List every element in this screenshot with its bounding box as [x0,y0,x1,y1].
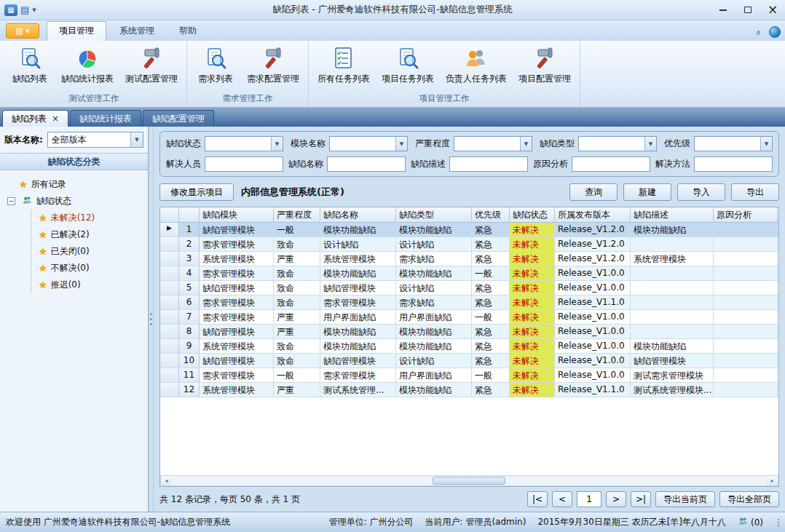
grid-cell[interactable] [714,252,778,266]
grid-cell[interactable]: 需求管理模块 [320,295,396,310]
grid-cell[interactable] [778,295,778,310]
table-row[interactable]: ▶1缺陷管理模块一般模块功能缺陷模块功能缺陷紧急未解决Release_V1.2.… [160,223,778,237]
grid-cell[interactable] [778,383,778,397]
grid-cell[interactable] [778,237,778,252]
grid-cell[interactable]: 缺陷管理模块 [631,354,714,368]
table-row[interactable]: 5缺陷管理模块致命缺陷管理模块设计缺陷紧急未解决Release_V1.0.0 [160,281,778,295]
column-header[interactable]: 原因分析 [714,207,778,223]
table-row[interactable]: 9系统管理模块致命模块功能缺陷模块功能缺陷紧急未解决Release_V1.0.0… [160,339,778,354]
chevron-down-icon[interactable]: ▼ [395,137,407,151]
menu-tab-project-management[interactable]: 项目管理 [47,21,106,41]
grid-cell[interactable]: 设计缺陷 [396,281,472,295]
ribbon-button-all-tasks[interactable]: 所有任务列表 [312,42,376,87]
collapse-ribbon-icon[interactable]: ∧ [754,28,763,36]
grid-cell[interactable] [631,325,714,339]
doc-tab-defect-report[interactable]: 缺陷统计报表 [70,110,141,127]
grid-cell[interactable]: 严重 [274,310,320,325]
scroll-right-icon[interactable]: ▸ [767,476,778,485]
grid-cell[interactable]: 未解决 [510,310,555,325]
grid-cell[interactable] [778,266,778,281]
version-combobox[interactable]: 全部版本 ▼ [47,132,143,148]
column-header[interactable]: 优先级 [472,207,510,223]
grid-cell[interactable] [714,368,778,383]
prev-page-button[interactable]: < [552,491,572,507]
grid-cell[interactable]: Release_V1.1.0 [555,295,631,310]
chevron-down-icon[interactable]: ▼ [32,7,36,13]
grid-cell[interactable]: 严重 [274,383,320,397]
grid-cell[interactable] [778,354,778,368]
chevron-down-icon[interactable]: ▼ [130,132,143,147]
grid-cell[interactable]: 用户界面缺陷 [396,368,472,383]
grid-cell[interactable]: 模块功能缺陷 [631,339,714,354]
grid-cell[interactable] [714,223,778,237]
grid-cell[interactable]: 严重 [274,252,320,266]
ribbon-button-project-config[interactable]: 项目配置管理 [513,42,577,87]
maximize-button[interactable] [735,2,760,18]
grid-cell[interactable]: Release_V1.2.0 [555,237,631,252]
chevron-down-icon[interactable]: ▼ [520,137,532,151]
grid-cell[interactable]: Release_V1.2.0 [555,223,631,237]
grid-cell[interactable]: Release_V1.1.0 [555,383,631,397]
query-button[interactable]: 查询 [569,183,618,201]
new-button[interactable]: 新建 [623,183,671,201]
grid-cell[interactable]: 一般 [472,310,510,325]
grid-cell[interactable]: 缺陷管理模块 [320,354,396,368]
column-header[interactable]: 所属发布版本 [555,207,631,223]
ribbon-button-req-list[interactable]: 需求列表 [190,42,241,87]
next-page-button[interactable]: > [606,491,626,507]
grid-cell[interactable]: 紧急 [472,354,510,368]
column-header[interactable]: 缺陷类型 [396,207,472,223]
grid-cell[interactable]: 严重 [274,325,320,339]
grid-cell[interactable]: 需求管理模块 [320,368,396,383]
chevron-down-icon[interactable]: ▼ [760,137,772,151]
grid-cell[interactable]: 未解决 [510,295,555,310]
filter-combobox[interactable]: ▼ [454,136,532,151]
import-button[interactable]: 导入 [677,183,725,201]
grid-cell[interactable]: 紧急 [472,383,510,397]
table-row[interactable]: 10缺陷管理模块致命缺陷管理模块设计缺陷紧急未解决Release_V1.0.0缺… [160,354,778,368]
grid-cell[interactable]: Release_V1.2.0 [555,252,631,266]
grid-cell[interactable]: 用户界面缺陷 [320,310,396,325]
grid-cell[interactable]: 缺陷管理模块 [320,281,396,295]
ribbon-button-defect-list[interactable]: 缺陷列表 [4,42,55,87]
grid-cell[interactable]: Release_V1.0.0 [555,339,631,354]
grid-cell[interactable] [631,310,714,325]
filter-input[interactable] [449,156,528,172]
grid-cell[interactable]: 模块功能缺陷 [396,339,472,354]
column-header[interactable]: 缺陷状态 [510,207,555,223]
grid-cell[interactable]: 需求管理模块 [200,266,274,281]
grid-cell[interactable]: 需求管理模块 [200,368,274,383]
grid-cell[interactable]: 模块功能缺陷 [320,325,396,339]
grid-cell[interactable]: 系统管理模块 [200,252,274,266]
grid-cell[interactable] [631,237,714,252]
filter-input[interactable] [205,156,283,172]
last-page-button[interactable]: >| [631,491,651,507]
globe-icon[interactable] [769,26,781,38]
filter-combobox[interactable]: ▼ [329,136,408,151]
grid-cell[interactable]: 用户界面缺陷 [396,310,472,325]
filter-input[interactable] [572,156,650,172]
grid-cell[interactable]: 未解决 [510,325,555,339]
resize-grip[interactable] [778,519,779,526]
menu-tab-help[interactable]: 帮助 [167,22,208,41]
grid-cell[interactable] [714,281,778,295]
grid-cell[interactable]: 一般 [472,368,510,383]
grid-cell[interactable] [714,310,778,325]
grid-cell[interactable]: 未解决 [510,266,555,281]
grid-cell[interactable]: 缺陷管理模块 [200,223,274,237]
doc-tab-defect-config[interactable]: 缺陷配置管理 [143,110,214,127]
tree-item-all-records[interactable]: ★ 所有记录 [3,176,145,193]
export-all-pages-button[interactable]: 导出全部页 [719,491,779,507]
filter-input[interactable] [694,156,773,172]
grid-cell[interactable]: 需求管理模块 [200,295,274,310]
ribbon-button-owner-tasks[interactable]: 负责人任务列表 [440,42,513,87]
sidebar-splitter[interactable] [149,127,154,512]
tree-item-status[interactable]: ★已解决(2) [31,226,145,243]
grid-cell[interactable]: 设计缺陷 [320,237,396,252]
grid-cell[interactable]: 紧急 [472,339,510,354]
grid-cell[interactable]: 未解决 [510,223,555,237]
grid-cell[interactable]: 系统管理模块 [200,339,274,354]
filter-combobox[interactable]: ▼ [205,136,283,151]
menu-tab-system-management[interactable]: 系统管理 [108,22,166,41]
table-row[interactable]: 2需求管理模块致命设计缺陷设计缺陷紧急未解决Release_V1.2.0 [160,237,778,252]
